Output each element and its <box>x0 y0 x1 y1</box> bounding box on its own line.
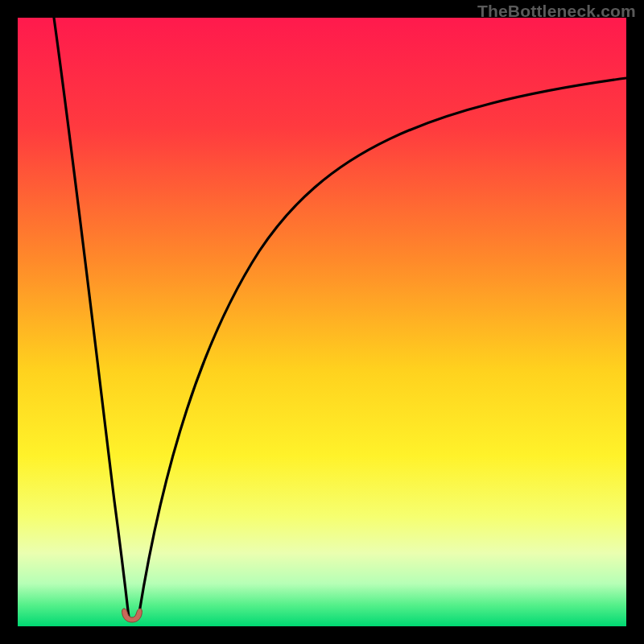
minimum-marker-icon <box>120 607 144 625</box>
bottleneck-curves <box>18 18 626 626</box>
curve-right-branch <box>138 78 626 617</box>
curve-left-branch <box>54 18 129 617</box>
plot-area <box>18 18 626 626</box>
chart-frame: TheBottleneck.com <box>0 0 644 644</box>
